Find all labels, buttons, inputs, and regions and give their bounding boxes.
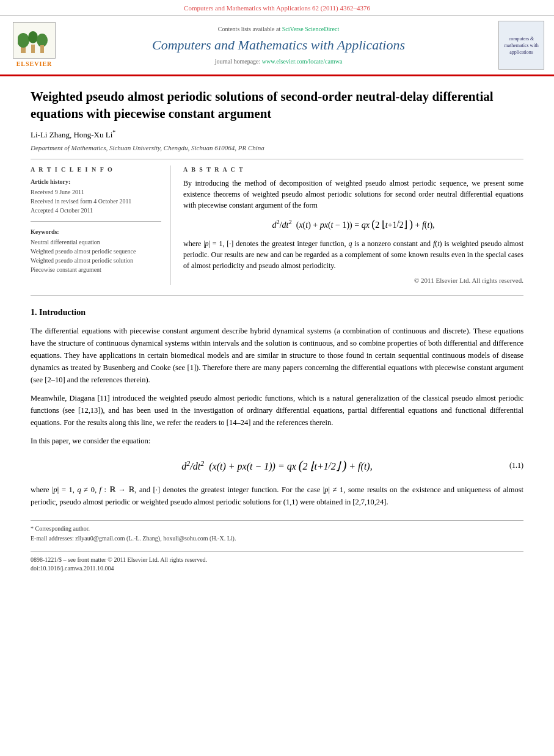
doi-line: doi:10.1016/j.camwa.2011.10.004: [31, 564, 523, 573]
copyright: © 2011 Elsevier Ltd. All rights reserved…: [183, 276, 523, 285]
keywords-section: Keywords: Neutral differential equation …: [31, 228, 161, 274]
svg-rect-5: [40, 45, 44, 53]
bottom-info: 0898-1221/$ – see front matter © 2011 El…: [31, 551, 523, 573]
kw1: Neutral differential equation: [31, 238, 161, 247]
svg-rect-4: [31, 45, 35, 53]
elsevier-tree-icon: [18, 25, 51, 56]
intro-heading: 1. Introduction: [31, 307, 523, 319]
equation-1-1-formula: d2/dt2 (x(t) + px(t − 1)) = qx (2 ⌊t+1/2…: [181, 457, 372, 474]
journal-title: Computers and Mathematics with Applicati…: [65, 36, 492, 55]
authors-line: Li-Li Zhang, Hong-Xu Li*: [31, 128, 523, 141]
sciverse-prefix: Contents lists available at: [218, 26, 282, 32]
received-date: Received 9 June 2011: [31, 188, 161, 197]
footnote-corresponding: * Corresponding author.: [31, 525, 523, 533]
article-info-col: A R T I C L E I N F O Article history: R…: [31, 165, 171, 286]
divider-kw: [31, 221, 161, 222]
equation-number-1-1: (1.1): [509, 460, 523, 471]
svg-point-1: [18, 33, 29, 48]
abstract-text1: By introducing the method of decompositi…: [183, 178, 523, 211]
intro-section: 1. Introduction The differential equatio…: [31, 307, 523, 508]
elsevier-wordmark: ELSEVIER: [16, 60, 53, 68]
divider-2: [31, 295, 523, 296]
kw3: Weighted pseudo almost periodic solution: [31, 256, 161, 265]
article-history: Article history: Received 9 June 2011 Re…: [31, 178, 161, 215]
two-col-section: A R T I C L E I N F O Article history: R…: [31, 165, 523, 286]
kw2: Weighted pseudo almost periodic sequence: [31, 247, 161, 256]
sciverse-link[interactable]: SciVerse ScienceDirect: [282, 26, 340, 32]
svg-point-2: [28, 31, 38, 43]
top-bar: Computers and Mathematics with Applicati…: [0, 0, 554, 16]
abstract-formula-text: d2/dt2 (x(t) + px(t − 1)) = qx (2 ⌊t+1/2…: [272, 220, 434, 230]
top-bar-text: Computers and Mathematics with Applicati…: [184, 4, 370, 12]
issn-line: 0898-1221/$ – see front matter © 2011 El…: [31, 556, 523, 564]
divider-1: [31, 159, 523, 159]
journal-thumbnail: computers & mathematics with application…: [498, 21, 544, 70]
homepage-link[interactable]: www.elsevier.com/locate/camwa: [262, 58, 343, 65]
kw4: Piecewise constant argument: [31, 266, 161, 274]
sciverse-line: Contents lists available at SciVerse Sci…: [65, 25, 492, 34]
homepage-prefix: journal homepage:: [215, 58, 262, 65]
keywords-label: Keywords:: [31, 228, 161, 236]
revised-date: Received in revised form 4 October 2011: [31, 197, 161, 206]
intro-para3: In this paper, we consider the equation:: [31, 435, 523, 447]
history-label: Article history:: [31, 178, 161, 186]
equation-1-1-block: d2/dt2 (x(t) + px(t − 1)) = qx (2 ⌊t+1/2…: [31, 457, 523, 474]
abstract-col: A B S T R A C T By introducing the metho…: [183, 165, 523, 286]
footnote-section: * Corresponding author. E-mail addresses…: [31, 520, 523, 543]
elsevier-logo-box: [13, 22, 56, 59]
elsevier-logo: ELSEVIER: [10, 22, 59, 68]
footnote-email: E-mail addresses: zllyau0@gmail.com (L.-…: [31, 534, 523, 543]
journal-center: Contents lists available at SciVerse Sci…: [65, 25, 492, 66]
abstract-label: A B S T R A C T: [183, 165, 523, 174]
paper-title: Weighted pseudo almost periodic solution…: [31, 89, 523, 122]
journal-homepage-line: journal homepage: www.elsevier.com/locat…: [65, 57, 492, 66]
article-info-label: A R T I C L E I N F O: [31, 165, 161, 174]
authors-text: Li-Li Zhang, Hong-Xu Li*: [31, 130, 115, 139]
abstract-text2: where |p| = 1, [·] denotes the greatest …: [183, 238, 523, 271]
abstract-formula-block: d2/dt2 (x(t) + px(t − 1)) = qx (2 ⌊t+1/2…: [183, 217, 523, 232]
accepted-date: Accepted 4 October 2011: [31, 206, 161, 215]
svg-point-3: [37, 34, 48, 47]
intro-para2: Meanwhile, Diagana [11] introduced the w…: [31, 392, 523, 429]
affiliation: Department of Mathematics, Sichuan Unive…: [31, 144, 523, 153]
journal-header: ELSEVIER Contents lists available at Sci…: [0, 16, 554, 76]
journal-thumb-text: computers & mathematics with application…: [501, 35, 541, 56]
intro-para1: The differential equations with piecewis…: [31, 325, 523, 386]
intro-para4: where |p| = 1, q ≠ 0, f : ℝ → ℝ, and [·]…: [31, 484, 523, 508]
main-content: Weighted pseudo almost periodic solution…: [0, 76, 554, 585]
asterisk: *: [112, 129, 115, 136]
